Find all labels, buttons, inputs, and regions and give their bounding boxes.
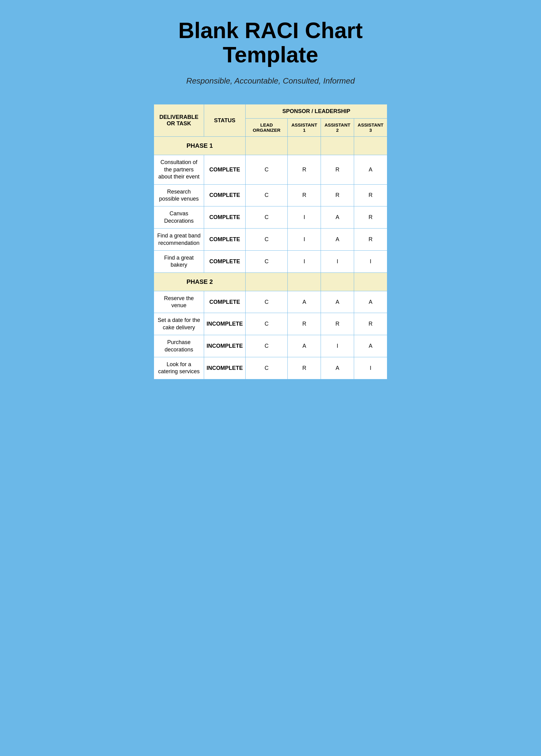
task-cell: Reserve the venue [154,291,204,313]
asst1-cell: A [288,291,321,313]
page-container: Blank RACI Chart Template Responsible, A… [154,18,387,379]
table-row: Consultation of the partners about their… [154,155,387,184]
phase1-label: PHASE 1 [154,137,246,155]
asst3-cell: I [354,250,387,273]
task-cell: Look for a catering services [154,357,204,379]
asst1-cell: R [288,155,321,184]
task-cell: Find a great band recommendation [154,229,204,251]
table-row: Look for a catering services INCOMPLETE … [154,357,387,379]
asst3-cell: R [354,229,387,251]
page-title: Blank RACI Chart Template [154,18,387,67]
lead-cell: C [246,250,288,273]
task-cell: Purchase decorations [154,335,204,357]
asst1-cell: R [288,313,321,335]
task-cell: Canvas Decorations [154,206,204,229]
status-cell: INCOMPLETE [204,313,245,335]
asst2-cell: A [321,357,354,379]
task-cell: Set a date for the cake delivery [154,313,204,335]
task-cell: Find a great bakery [154,250,204,273]
asst3-cell: R [354,206,387,229]
status-cell: COMPLETE [204,206,245,229]
asst2-cell: A [321,229,354,251]
col-sponsor-header: SPONSOR / LEADERSHIP [246,105,387,119]
status-cell: INCOMPLETE [204,335,245,357]
asst2-cell: I [321,250,354,273]
status-cell: INCOMPLETE [204,357,245,379]
lead-cell: C [246,206,288,229]
col-status-header: STATUS [204,105,245,137]
asst3-cell: I [354,357,387,379]
col-asst2-header: ASSISTANT 2 [321,119,354,137]
table-row: Canvas Decorations COMPLETE C I A R [154,206,387,229]
lead-cell: C [246,335,288,357]
lead-cell: C [246,184,288,206]
asst1-cell: A [288,335,321,357]
lead-cell: C [246,313,288,335]
lead-cell: C [246,229,288,251]
task-cell: Research possible venues [154,184,204,206]
table-row: Research possible venues COMPLETE C R R … [154,184,387,206]
asst2-cell: A [321,206,354,229]
asst1-cell: I [288,250,321,273]
phase2-label: PHASE 2 [154,273,246,291]
asst1-cell: R [288,184,321,206]
table-row: Purchase decorations INCOMPLETE C A I A [154,335,387,357]
status-cell: COMPLETE [204,229,245,251]
status-cell: COMPLETE [204,184,245,206]
asst2-cell: I [321,335,354,357]
asst1-cell: I [288,206,321,229]
lead-cell: C [246,357,288,379]
table-row: Reserve the venue COMPLETE C A A A [154,291,387,313]
asst3-cell: R [354,313,387,335]
col-asst1-header: ASSISTANT 1 [288,119,321,137]
status-cell: COMPLETE [204,250,245,273]
status-cell: COMPLETE [204,291,245,313]
raci-table: DELIVERABLE OR TASK STATUS SPONSOR / LEA… [154,104,387,379]
asst3-cell: A [354,291,387,313]
asst1-cell: R [288,357,321,379]
col-asst3-header: ASSISTANT 3 [354,119,387,137]
asst2-cell: A [321,291,354,313]
asst3-cell: R [354,184,387,206]
lead-cell: C [246,155,288,184]
asst1-cell: I [288,229,321,251]
col-deliverable-header: DELIVERABLE OR TASK [154,105,204,137]
asst3-cell: A [354,335,387,357]
asst2-cell: R [321,155,354,184]
asst2-cell: R [321,184,354,206]
page-subtitle: Responsible, Accountable, Consulted, Inf… [186,76,355,86]
asst2-cell: R [321,313,354,335]
table-row: Find a great bakery COMPLETE C I I I [154,250,387,273]
status-cell: COMPLETE [204,155,245,184]
lead-cell: C [246,291,288,313]
task-cell: Consultation of the partners about their… [154,155,204,184]
table-row: Find a great band recommendation COMPLET… [154,229,387,251]
col-lead-header: LEAD ORGANIZER [246,119,288,137]
table-row: Set a date for the cake delivery INCOMPL… [154,313,387,335]
asst3-cell: A [354,155,387,184]
